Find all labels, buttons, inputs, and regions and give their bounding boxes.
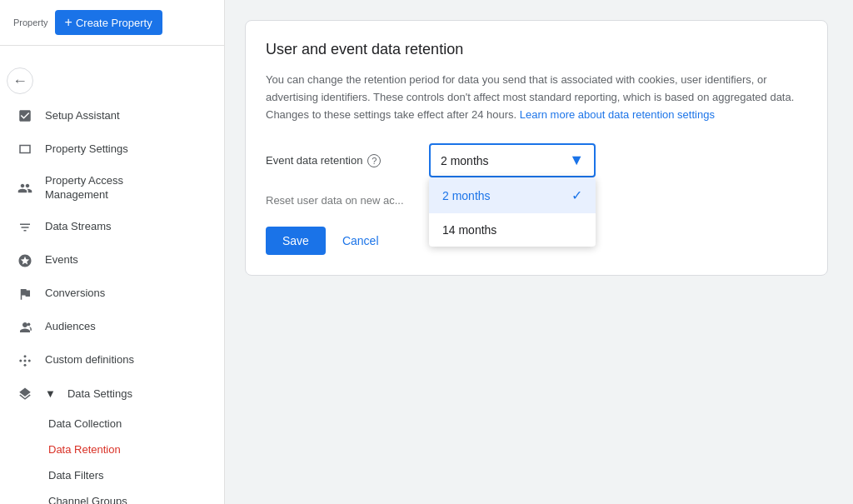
flag-icon bbox=[17, 286, 33, 302]
event-retention-label: Event data retention ? bbox=[266, 154, 416, 167]
dropdown-option-14months[interactable]: 14 months bbox=[429, 213, 596, 247]
svg-point-2 bbox=[24, 359, 27, 362]
sidebar-item-audiences[interactable]: Audiences bbox=[0, 311, 217, 344]
create-property-button[interactable]: + Create Property bbox=[55, 10, 162, 35]
data-retention-card: User and event data retention You can ch… bbox=[245, 20, 828, 276]
dropdown-menu: 2 months ✓ 14 months bbox=[429, 177, 596, 247]
help-icon[interactable]: ? bbox=[367, 154, 381, 167]
sidebar-item-data-settings[interactable]: ▼ Data Settings bbox=[0, 377, 224, 411]
sidebar-item-events[interactable]: Events bbox=[0, 244, 217, 277]
data-settings-arrow: ▼ bbox=[45, 387, 56, 400]
dropdown-arrow-icon: ▼ bbox=[569, 152, 584, 169]
sidebar-item-label: Property Settings bbox=[45, 142, 128, 157]
sidebar-header: Property + Create Property bbox=[0, 0, 224, 46]
sidebar-item-custom-definitions[interactable]: Custom definitions bbox=[0, 344, 217, 377]
square-icon bbox=[17, 141, 33, 157]
cancel-button[interactable]: Cancel bbox=[336, 227, 386, 255]
svg-point-5 bbox=[28, 359, 31, 362]
svg-point-4 bbox=[19, 359, 22, 362]
sidebar-item-label: Conversions bbox=[45, 287, 105, 301]
svg-point-0 bbox=[27, 322, 31, 326]
sidebar-item-conversions[interactable]: Conversions bbox=[0, 277, 217, 311]
svg-point-3 bbox=[24, 364, 27, 367]
audiences-icon bbox=[17, 319, 33, 336]
main-content: User and event data retention You can ch… bbox=[225, 0, 853, 504]
sidebar: Property + Create Property ← Setup Assis… bbox=[0, 0, 225, 504]
data-settings-submenu: Data Collection Data Retention Data Filt… bbox=[0, 411, 224, 504]
sidebar-item-label: Data Streams bbox=[45, 220, 111, 234]
check-icon: ✓ bbox=[571, 187, 582, 203]
sidebar-item-label: Audiences bbox=[45, 320, 96, 334]
dropdown-trigger[interactable]: 2 months ▼ bbox=[429, 143, 596, 177]
custom-icon bbox=[17, 352, 33, 369]
streams-icon bbox=[17, 219, 33, 236]
svg-point-1 bbox=[24, 355, 27, 357]
plus-icon: + bbox=[65, 15, 72, 30]
sub-nav-channel-groups[interactable]: Channel Groups bbox=[45, 488, 217, 504]
save-button[interactable]: Save bbox=[266, 227, 326, 255]
sidebar-item-label: Property AccessManagement bbox=[45, 174, 123, 202]
sub-nav-data-filters[interactable]: Data Filters bbox=[45, 462, 217, 488]
layers-icon bbox=[17, 386, 33, 402]
back-button-row: ← bbox=[0, 62, 224, 99]
card-description: You can change the retention period for … bbox=[266, 72, 807, 123]
back-button[interactable]: ← bbox=[7, 67, 33, 94]
dropdown-option-2months[interactable]: 2 months ✓ bbox=[429, 177, 596, 213]
sidebar-item-label: Setup Assistant bbox=[45, 109, 120, 123]
sub-nav-data-retention[interactable]: Data Retention bbox=[45, 437, 217, 462]
dropdown-selected-value: 2 months bbox=[441, 154, 489, 167]
dropdown-container: 2 months ▼ 2 months ✓ 14 months bbox=[429, 143, 596, 177]
sidebar-item-label: Custom definitions bbox=[45, 353, 134, 367]
sub-nav-data-collection[interactable]: Data Collection bbox=[45, 411, 217, 437]
people-icon bbox=[17, 180, 33, 197]
sidebar-item-label: Events bbox=[45, 253, 78, 267]
sidebar-item-setup-assistant[interactable]: Setup Assistant bbox=[0, 99, 217, 132]
events-icon bbox=[17, 252, 33, 269]
sidebar-item-label: Data Settings bbox=[67, 387, 132, 400]
sidebar-item-data-streams[interactable]: Data Streams bbox=[0, 211, 217, 244]
sidebar-item-property-settings[interactable]: Property Settings bbox=[0, 132, 217, 166]
sidebar-item-property-access[interactable]: Property AccessManagement bbox=[0, 166, 217, 211]
back-arrow-icon: ← bbox=[12, 72, 27, 90]
card-title: User and event data retention bbox=[266, 41, 807, 58]
reset-label: Reset user data on new ac... bbox=[266, 194, 416, 207]
checkbox-icon bbox=[17, 107, 33, 124]
event-retention-row: Event data retention ? 2 months ▼ 2 mont… bbox=[266, 143, 807, 177]
learn-more-link[interactable]: Learn more about data retention settings bbox=[520, 108, 715, 121]
property-label: Property bbox=[13, 17, 48, 27]
